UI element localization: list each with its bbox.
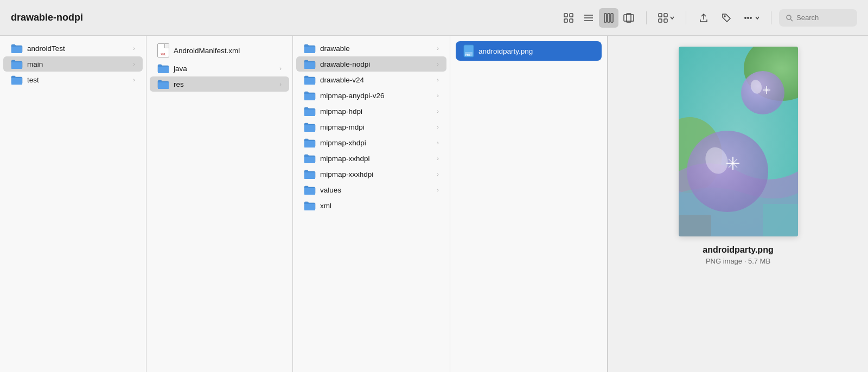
folder-icon [304,153,316,163]
list-item[interactable]: drawable › [296,41,446,56]
folder-name: mipmap-xhdpi [320,139,366,147]
list-item[interactable]: values › [296,182,446,197]
chevron-right-icon: › [437,155,439,162]
folder-icon [304,59,316,69]
list-item[interactable]: mipmap-xhdpi › [296,135,446,150]
gallery-view-button[interactable] [619,8,639,28]
folder-icon [304,75,316,85]
svg-point-28 [687,131,768,212]
list-item[interactable]: xml [296,198,446,213]
svg-rect-40 [679,215,711,236]
group-button[interactable] [654,10,678,25]
file-name: AndroidManifest.xml [174,47,240,55]
folder-name: xml [320,202,331,210]
separator1 [646,11,647,24]
chevron-right-icon: › [133,76,135,83]
more-button[interactable] [739,10,763,25]
folder-name: drawable-nodpi [320,60,370,68]
folder-icon [157,79,169,89]
folder-name: test [27,76,39,84]
svg-rect-9 [611,14,613,22]
chevron-right-icon: › [133,61,135,67]
tag-button[interactable] [717,8,736,28]
xml-file-icon [157,43,169,57]
svg-rect-10 [624,15,634,21]
column-3: drawable › drawable-nodpi › drawable-v24… [293,36,450,372]
folder-icon [304,201,316,210]
grid-view-button[interactable] [559,8,578,28]
chevron-right-icon: › [437,92,439,99]
chevron-right-icon: › [133,45,135,52]
folder-icon [304,185,316,195]
folder-name: main [27,60,43,68]
list-item[interactable]: java › [150,61,289,76]
svg-point-16 [724,16,725,17]
list-item[interactable]: androidTest › [3,41,143,56]
column-view-button[interactable] [599,8,618,28]
list-item[interactable]: mipmap-mdpi › [296,119,446,134]
list-view-button[interactable] [579,8,598,28]
folder-icon [304,138,316,147]
folder-name: mipmap-hdpi [320,107,362,116]
list-item[interactable]: drawable-nodpi › [296,56,446,72]
chevron-down-icon [669,15,675,21]
group-icon [658,12,668,23]
svg-line-21 [791,19,793,21]
preview-pane: androidparty.png PNG image · 5.7 MB [608,36,868,372]
list-item[interactable]: AndroidManifest.xml [150,41,289,60]
list-item[interactable]: mipmap-xxxhdpi › [296,166,446,182]
grid-icon [563,12,574,23]
main-content: androidTest › main › test › AndroidManif… [0,36,868,372]
columns-icon [603,12,614,23]
chevron-right-icon: › [437,139,439,146]
svg-rect-12 [659,14,662,17]
chevron-right-icon: › [279,81,282,87]
folder-icon [11,59,23,69]
svg-rect-0 [564,14,567,17]
list-item[interactable]: mipmap-hdpi › [296,104,446,119]
list-item[interactable]: res › [150,76,289,92]
share-icon [698,12,709,23]
share-button[interactable] [694,8,713,28]
svg-rect-15 [664,19,667,22]
svg-rect-7 [604,14,607,22]
svg-rect-13 [664,14,667,17]
tag-icon [721,12,732,23]
folder-name: mipmap-xxxhdpi [320,170,373,178]
folder-name: drawable [320,44,350,53]
folder-name: mipmap-mdpi [320,123,365,131]
list-item[interactable]: drawable-v24 › [296,72,446,87]
list-item[interactable]: PNG androidparty.png [456,41,602,61]
svg-rect-8 [608,14,610,22]
folder-name: mipmap-anydpi-v26 [320,92,385,100]
folder-icon [11,43,23,53]
list-icon [583,12,594,23]
folder-icon [304,106,316,116]
window-title: drawable-nodpi [11,12,83,23]
column-1: androidTest › main › test › [0,36,146,372]
toolbar: drawable-nodpi [0,0,868,36]
chevron-right-icon: › [437,187,439,193]
svg-point-18 [748,17,749,18]
search-box[interactable] [779,9,857,27]
svg-point-20 [787,15,791,20]
chevron-right-icon: › [437,45,439,52]
svg-rect-3 [570,19,573,22]
folder-name: mipmap-xxhdpi [320,155,370,163]
column-4: PNG androidparty.png [450,36,608,372]
folder-name: res [174,80,184,88]
preview-image [679,47,798,236]
separator3 [771,11,771,24]
list-item[interactable]: test › [3,72,143,87]
search-input[interactable] [796,14,851,22]
list-item[interactable]: main › [3,56,143,72]
chevron-right-icon: › [437,76,439,83]
chevron-right-icon: › [279,65,282,72]
chevron-right-icon: › [437,171,439,177]
chevron-right-icon: › [437,108,439,114]
file-name: androidparty.png [478,47,533,55]
list-item[interactable]: mipmap-xxhdpi › [296,151,446,166]
folder-name: values [320,186,341,194]
list-item[interactable]: mipmap-anydpi-v26 › [296,88,446,103]
folder-name: java [174,65,187,73]
